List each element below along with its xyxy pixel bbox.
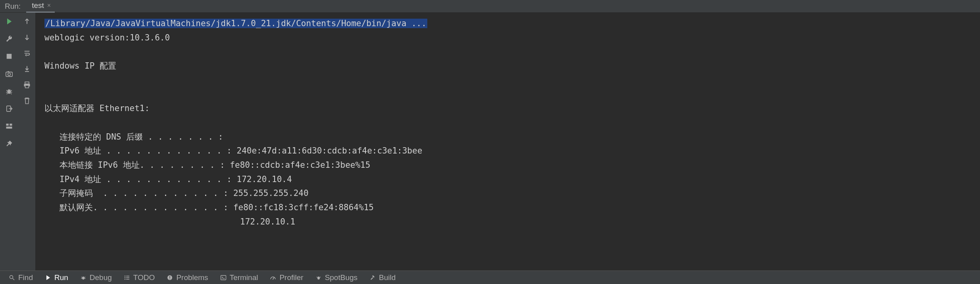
svg-line-27 bbox=[81, 277, 82, 278]
todo-button[interactable]: TODO bbox=[119, 272, 160, 284]
console-line: 子网掩码 . . . . . . . . . . . . : 255.255.2… bbox=[44, 188, 309, 198]
camera-icon[interactable] bbox=[4, 68, 15, 79]
wrench-icon[interactable] bbox=[4, 33, 15, 44]
console-line: weblogic version:10.3.6.0 bbox=[44, 33, 170, 42]
console-line: IPv4 地址 . . . . . . . . . . . . : 172.20… bbox=[44, 175, 292, 184]
debug-label: Debug bbox=[90, 273, 112, 282]
spotbugs-icon bbox=[315, 274, 322, 281]
build-label: Build bbox=[379, 273, 396, 282]
bug-icon bbox=[80, 274, 86, 281]
console-line: IPv6 地址 . . . . . . . . . . . . : 240e:4… bbox=[44, 146, 422, 155]
play-icon bbox=[45, 274, 51, 281]
run-button[interactable]: Run bbox=[40, 272, 73, 284]
todo-label: TODO bbox=[133, 273, 155, 282]
svg-rect-7 bbox=[8, 71, 9, 73]
build-button[interactable]: Build bbox=[365, 272, 400, 284]
svg-line-44 bbox=[317, 277, 317, 278]
svg-point-26 bbox=[82, 276, 85, 280]
terminal-label: Terminal bbox=[230, 273, 258, 282]
scroll-to-end-icon[interactable] bbox=[21, 63, 33, 75]
tab-label: test bbox=[32, 1, 44, 10]
stop-icon[interactable] bbox=[4, 51, 15, 62]
console-line: Windows IP 配置 bbox=[44, 61, 116, 71]
terminal-icon bbox=[220, 274, 227, 281]
run-label: Run: bbox=[5, 2, 21, 11]
svg-line-13 bbox=[7, 93, 8, 94]
console-output[interactable]: /Library/Java/JavaVirtualMachines/jdk1.7… bbox=[36, 13, 980, 271]
hammer-icon bbox=[369, 274, 376, 281]
svg-point-43 bbox=[317, 276, 320, 280]
exit-icon[interactable] bbox=[4, 103, 15, 114]
warning-icon bbox=[167, 274, 173, 281]
svg-rect-23 bbox=[25, 85, 29, 88]
console-line: 本地链接 IPv6 地址. . . . . . . . : fe80::cdcb… bbox=[44, 160, 370, 170]
svg-rect-18 bbox=[6, 124, 9, 126]
svg-rect-39 bbox=[170, 278, 171, 279]
spotbugs-button[interactable]: SpotBugs bbox=[311, 272, 362, 284]
run-label: Run bbox=[54, 273, 68, 282]
find-button[interactable]: Find bbox=[4, 272, 38, 284]
svg-line-9 bbox=[6, 90, 8, 91]
find-label: Find bbox=[18, 273, 33, 282]
profiler-button[interactable]: Profiler bbox=[265, 272, 308, 284]
gauge-icon bbox=[270, 274, 276, 281]
list-icon bbox=[124, 274, 130, 281]
svg-rect-4 bbox=[7, 54, 12, 59]
console-line: 连接特定的 DNS 后缀 . . . . . . . : bbox=[44, 132, 223, 142]
spotbugs-label: SpotBugs bbox=[325, 273, 357, 282]
profiler-label: Profiler bbox=[279, 273, 303, 282]
down-arrow-icon[interactable] bbox=[21, 32, 33, 43]
run-icon[interactable] bbox=[4, 16, 15, 27]
left-gutter-1 bbox=[0, 13, 18, 271]
print-icon[interactable] bbox=[21, 79, 33, 90]
terminal-button[interactable]: Terminal bbox=[215, 272, 263, 284]
svg-line-14 bbox=[11, 93, 12, 94]
svg-rect-40 bbox=[221, 275, 226, 280]
run-config-tab[interactable]: test × bbox=[26, 0, 55, 13]
layout-icon[interactable] bbox=[4, 121, 15, 132]
search-icon bbox=[9, 274, 15, 281]
svg-rect-21 bbox=[25, 82, 29, 84]
svg-line-25 bbox=[13, 278, 14, 280]
svg-point-24 bbox=[10, 275, 13, 278]
svg-point-32 bbox=[125, 277, 125, 278]
svg-point-42 bbox=[273, 279, 273, 280]
svg-point-8 bbox=[8, 90, 11, 94]
svg-point-31 bbox=[125, 275, 125, 276]
close-icon[interactable]: × bbox=[46, 2, 52, 9]
problems-label: Problems bbox=[176, 273, 208, 282]
svg-line-28 bbox=[85, 277, 85, 278]
debug-button[interactable]: Debug bbox=[75, 272, 117, 284]
svg-point-6 bbox=[8, 73, 11, 76]
svg-rect-19 bbox=[10, 124, 12, 126]
svg-point-33 bbox=[125, 278, 125, 279]
soft-wrap-icon[interactable] bbox=[21, 48, 33, 59]
console-line: 默认网关. . . . . . . . . . . . . : fe80::fc… bbox=[44, 203, 374, 212]
svg-line-10 bbox=[11, 90, 12, 91]
run-tabbar: Run: test × bbox=[0, 0, 980, 13]
problems-button[interactable]: Problems bbox=[162, 272, 213, 284]
svg-line-16 bbox=[10, 89, 10, 90]
svg-line-15 bbox=[8, 89, 9, 90]
bottom-toolbar: Find Run Debug TODO Problems Terminal Pr… bbox=[0, 271, 980, 284]
svg-rect-20 bbox=[6, 127, 12, 129]
command-line: /Library/Java/JavaVirtualMachines/jdk1.7… bbox=[44, 19, 427, 28]
svg-line-45 bbox=[320, 277, 321, 278]
left-gutter-2 bbox=[18, 13, 36, 271]
console-line: 172.20.10.1 bbox=[44, 217, 295, 226]
up-arrow-icon[interactable] bbox=[21, 16, 33, 27]
pin-icon[interactable] bbox=[4, 138, 15, 149]
trash-icon[interactable] bbox=[21, 95, 33, 106]
svg-rect-38 bbox=[170, 276, 171, 278]
bug-icon[interactable] bbox=[4, 86, 15, 97]
console-line: 以太网适配器 Ethernet1: bbox=[44, 104, 150, 113]
